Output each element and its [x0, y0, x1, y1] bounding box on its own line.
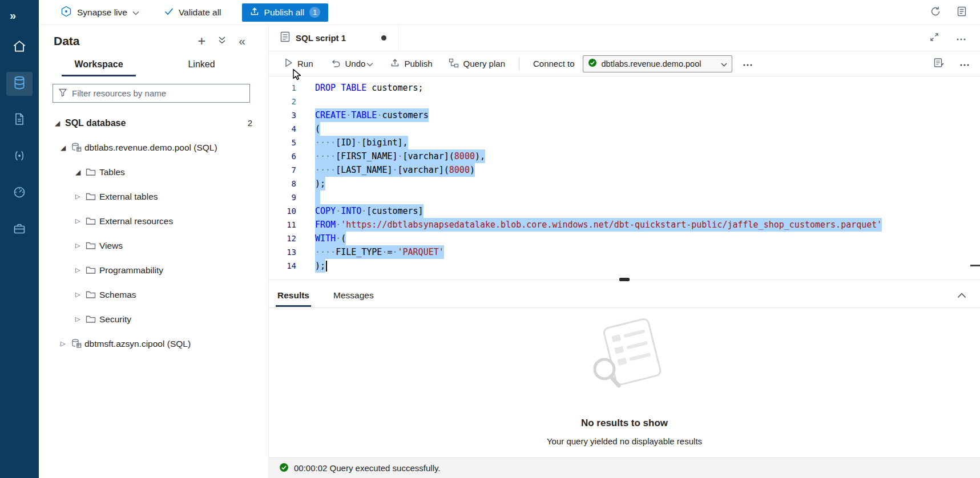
- manage-icon: [13, 222, 26, 238]
- tab-sql-script-1[interactable]: SQL script 1: [269, 25, 398, 51]
- clipboard-button[interactable]: [956, 6, 967, 19]
- code-line-5[interactable]: 5····[ID]·[bigint],: [269, 136, 980, 149]
- code-line-3[interactable]: 3CREATE·TABLE·customers: [269, 108, 980, 122]
- work-area: SQL script 1: [268, 25, 980, 478]
- tab-results[interactable]: Results: [276, 284, 311, 307]
- code-line-14[interactable]: 14);: [269, 259, 980, 273]
- tree-item-sql-database[interactable]: ◢SQL database2: [39, 111, 268, 135]
- expand-rail-button[interactable]: »: [6, 3, 33, 27]
- query-plan-button[interactable]: Query plan: [449, 58, 505, 70]
- tree-item-external-tables[interactable]: ▷External tables: [39, 184, 268, 209]
- ellipsis-icon: [956, 33, 966, 43]
- code-line-12[interactable]: 12WITH·(: [269, 232, 980, 245]
- tree-item-dbtmsft-azsyn-cipool-sql[interactable]: ▷dbtmsft.azsyn.cipool (SQL): [39, 331, 268, 356]
- line-number: 5: [269, 136, 296, 149]
- collapse-results-button[interactable]: [957, 290, 980, 301]
- filter-resources-input[interactable]: [72, 88, 244, 98]
- chevron-collapsed-icon[interactable]: ▷: [75, 315, 86, 323]
- code-line-13[interactable]: 13····FILE_TYPE·=·'PARQUET': [269, 245, 980, 259]
- folder-icon: [86, 266, 99, 274]
- run-button[interactable]: Run: [284, 58, 313, 70]
- tree-item-dbtlabs-revenue-demo-pool-sql[interactable]: ◢dbtlabs.revenue.demo.pool (SQL): [39, 135, 268, 160]
- double-chevron-down-icon[interactable]: [218, 36, 226, 47]
- code-editor[interactable]: 1DROP TABLE customers;23CREATE·TABLE·cus…: [269, 76, 980, 279]
- properties-icon: [934, 58, 945, 70]
- panel-splitter[interactable]: [269, 279, 980, 283]
- tree-item-views[interactable]: ▷Views: [39, 233, 268, 258]
- validate-all-button[interactable]: Validate all: [164, 7, 221, 18]
- chevron-expanded-icon[interactable]: ◢: [75, 168, 86, 176]
- nav-manage-button[interactable]: [6, 218, 33, 242]
- chevron-collapsed-icon[interactable]: ▷: [75, 193, 86, 200]
- environment-picker[interactable]: Synapse live: [61, 6, 139, 19]
- tab-linked[interactable]: Linked: [164, 54, 239, 76]
- publish-icon: [390, 58, 400, 69]
- filter-icon: [58, 88, 67, 99]
- editor-tab-title: SQL script 1: [296, 33, 346, 43]
- tab-workspace[interactable]: Workspace: [62, 54, 136, 76]
- line-number: 3: [269, 108, 296, 122]
- code-line-1[interactable]: 1DROP TABLE customers;: [269, 81, 980, 95]
- properties-button[interactable]: [934, 58, 945, 70]
- connect-to-pool-select[interactable]: dbtlabs.revenue.demo.pool: [583, 55, 732, 72]
- develop-icon: [13, 112, 26, 128]
- more-actions-button[interactable]: [743, 59, 753, 68]
- monitor-icon: [13, 185, 26, 201]
- code-line-7[interactable]: 7····[LAST_NAME]·[varchar](8000): [269, 163, 980, 177]
- code-line-4[interactable]: 4(: [269, 122, 980, 136]
- add-icon[interactable]: +: [197, 35, 205, 47]
- publish-button[interactable]: Publish: [390, 58, 432, 69]
- line-number: 12: [269, 232, 296, 245]
- nav-home-button[interactable]: [6, 35, 33, 59]
- resource-tree: ◢SQL database2◢dbtlabs.revenue.demo.pool…: [39, 111, 268, 356]
- tree-item-external-resources[interactable]: ▷External resources: [39, 209, 268, 233]
- chevron-expanded-icon[interactable]: ◢: [55, 119, 65, 127]
- clipboard-list-icon: [956, 6, 967, 19]
- tab-messages[interactable]: Messages: [332, 284, 376, 307]
- undo-dropdown-button[interactable]: [366, 59, 373, 68]
- synapse-studio-app: »: [0, 0, 980, 478]
- chevron-collapsed-icon[interactable]: ▷: [75, 217, 86, 225]
- unsaved-indicator-dot: [381, 35, 386, 40]
- code-line-11[interactable]: 11FROM·'https://dbtlabsynapsedatalake.bl…: [269, 218, 980, 232]
- publish-all-button[interactable]: Publish all 1: [242, 3, 329, 22]
- pool-icon: [71, 339, 84, 349]
- splitter-handle[interactable]: [619, 278, 630, 281]
- line-number: 2: [269, 95, 296, 108]
- nav-develop-button[interactable]: [6, 108, 33, 132]
- tree-item-programmability[interactable]: ▷Programmability: [39, 258, 268, 282]
- sql-script-icon: [280, 31, 290, 44]
- chevron-collapsed-icon[interactable]: ▷: [75, 266, 86, 274]
- nav-monitor-button[interactable]: [6, 181, 33, 205]
- chevron-collapsed-icon[interactable]: ▷: [61, 340, 71, 347]
- chevron-expanded-icon[interactable]: ◢: [61, 144, 71, 152]
- chevron-collapsed-icon[interactable]: ▷: [75, 291, 86, 298]
- run-play-icon: [284, 58, 293, 70]
- code-line-2[interactable]: 2: [269, 95, 980, 108]
- code-line-8[interactable]: 8);: [269, 177, 980, 191]
- nav-integrate-button[interactable]: [6, 145, 33, 169]
- chevron-collapsed-icon[interactable]: ▷: [75, 242, 86, 249]
- query-status-bar: 00:00:02 Query executed successfully.: [269, 457, 980, 478]
- publish-all-icon: [250, 7, 259, 18]
- code-line-9[interactable]: 9: [269, 191, 980, 204]
- data-panel-header: Data + «: [39, 25, 268, 50]
- collapse-panel-icon[interactable]: «: [239, 34, 245, 48]
- folder-icon: [86, 241, 99, 250]
- tabstrip-more-button[interactable]: [956, 33, 966, 43]
- tree-item-label: Views: [99, 241, 123, 251]
- nav-data-button[interactable]: [6, 72, 33, 96]
- tree-item-tables[interactable]: ◢Tables: [39, 160, 268, 184]
- code-line-10[interactable]: 10COPY·INTO·[customers]: [269, 204, 980, 218]
- refresh-button[interactable]: [930, 6, 941, 19]
- folder-icon: [86, 192, 99, 201]
- line-number: 8: [269, 177, 296, 191]
- data-icon: [12, 75, 27, 92]
- editor-more-button[interactable]: [959, 59, 970, 68]
- tree-item-schemas[interactable]: ▷Schemas: [39, 282, 268, 307]
- top-command-bar: Synapse live Validate all Publish all 1: [39, 0, 980, 25]
- expand-editor-button[interactable]: [930, 33, 939, 44]
- tree-item-security[interactable]: ▷Security: [39, 307, 268, 331]
- undo-button[interactable]: Undo: [330, 58, 366, 70]
- code-line-6[interactable]: 6····[FIRST_NAME]·[varchar](8000),: [269, 149, 980, 163]
